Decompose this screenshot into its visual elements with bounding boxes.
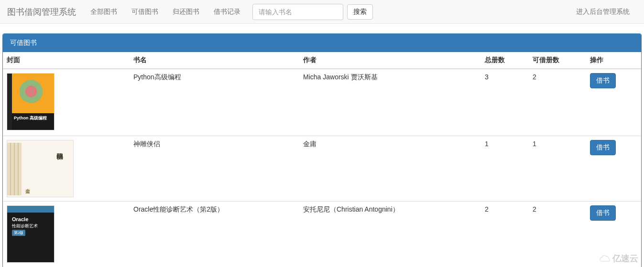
search-input[interactable] xyxy=(252,4,343,20)
table-header-row: 封面 书名 作者 总册数 可借册数 操作 xyxy=(3,52,641,69)
borrow-button[interactable]: 借书 xyxy=(590,140,616,155)
th-available: 可借册数 xyxy=(529,52,586,69)
th-cover: 封面 xyxy=(3,52,130,69)
cell-available: 2 xyxy=(529,69,586,136)
cell-title: Oracle性能诊断艺术（第2版） xyxy=(130,202,299,267)
borrow-button[interactable]: 借书 xyxy=(590,205,616,221)
nav-admin-link[interactable]: 进入后台管理系统 xyxy=(569,0,637,22)
nav-all-books[interactable]: 全部图书 xyxy=(83,0,124,23)
nav-available-books[interactable]: 可借图书 xyxy=(124,0,165,23)
book-cover-icon: 第2版 xyxy=(7,205,55,263)
cell-title: 神雕侠侣 xyxy=(130,136,299,202)
cell-available: 2 xyxy=(529,202,586,267)
cell-author: 安托尼尼（Christian Antognini） xyxy=(299,202,481,267)
th-title: 书名 xyxy=(130,52,299,69)
cell-action: 借书 xyxy=(586,136,641,202)
th-author: 作者 xyxy=(299,52,481,69)
cell-author: Micha Jaworski 贾沃斯基 xyxy=(299,69,481,136)
cell-cover: 第2版 xyxy=(3,202,130,267)
books-table: 封面 书名 作者 总册数 可借册数 操作 Python高级编程 Micha Ja… xyxy=(3,52,641,267)
search-button[interactable]: 搜索 xyxy=(347,4,373,20)
nav-right: 进入后台管理系统 xyxy=(569,8,637,16)
brand-title: 图书借阅管理系统 xyxy=(7,6,83,18)
navbar: 图书借阅管理系统 全部图书 可借图书 归还图书 借书记录 搜索 进入后台管理系统 xyxy=(0,0,644,24)
main-container: 可借图书 封面 书名 作者 总册数 可借册数 操作 Python高级编程 xyxy=(0,33,644,267)
books-panel: 可借图书 封面 书名 作者 总册数 可借册数 操作 Python高级编程 xyxy=(2,33,642,267)
cell-total: 1 xyxy=(481,136,529,202)
cell-action: 借书 xyxy=(586,202,641,267)
cell-cover xyxy=(3,136,130,202)
table-row: 第2版 Oracle性能诊断艺术（第2版） 安托尼尼（Christian Ant… xyxy=(3,202,641,267)
book-cover-icon xyxy=(7,140,74,197)
cell-action: 借书 xyxy=(586,69,641,136)
th-total: 总册数 xyxy=(481,52,529,69)
table-row: 神雕侠侣 金庸 1 1 借书 xyxy=(3,136,641,202)
nav-borrow-records[interactable]: 借书记录 xyxy=(207,0,248,23)
nav-left: 图书借阅管理系统 全部图书 可借图书 归还图书 借书记录 搜索 xyxy=(7,0,373,23)
cell-cover xyxy=(3,69,130,136)
cell-total: 3 xyxy=(481,69,529,136)
th-action: 操作 xyxy=(586,52,641,69)
search-form: 搜索 xyxy=(252,4,373,20)
nav-return-books[interactable]: 归还图书 xyxy=(165,0,207,23)
cell-total: 2 xyxy=(481,202,529,267)
panel-heading: 可借图书 xyxy=(3,34,641,52)
cell-available: 1 xyxy=(529,136,586,202)
table-row: Python高级编程 Micha Jaworski 贾沃斯基 3 2 借书 xyxy=(3,69,641,136)
borrow-button[interactable]: 借书 xyxy=(590,73,616,88)
cell-title: Python高级编程 xyxy=(130,69,299,136)
cell-author: 金庸 xyxy=(299,136,481,202)
book-cover-icon xyxy=(7,73,55,130)
